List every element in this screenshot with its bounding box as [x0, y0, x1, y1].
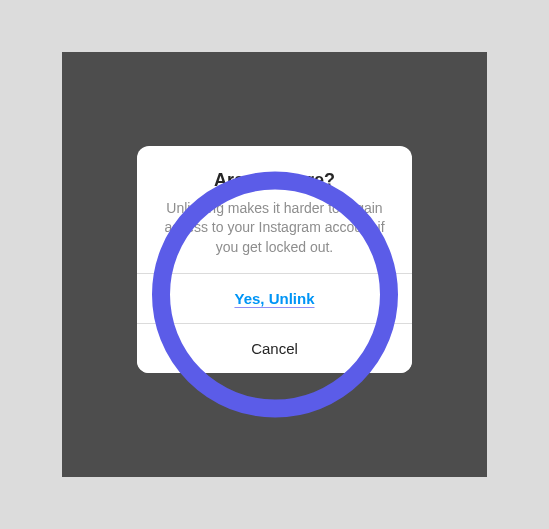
modal-backdrop: Are you sure? Unlinking makes it harder …: [62, 52, 487, 477]
confirmation-dialog: Are you sure? Unlinking makes it harder …: [137, 146, 412, 374]
dialog-message: Unlinking makes it harder to regain acce…: [157, 199, 392, 258]
cancel-button[interactable]: Cancel: [137, 323, 412, 373]
dialog-header: Are you sure? Unlinking makes it harder …: [137, 146, 412, 274]
confirm-unlink-button[interactable]: Yes, Unlink: [137, 273, 412, 323]
dialog-title: Are you sure?: [157, 170, 392, 191]
